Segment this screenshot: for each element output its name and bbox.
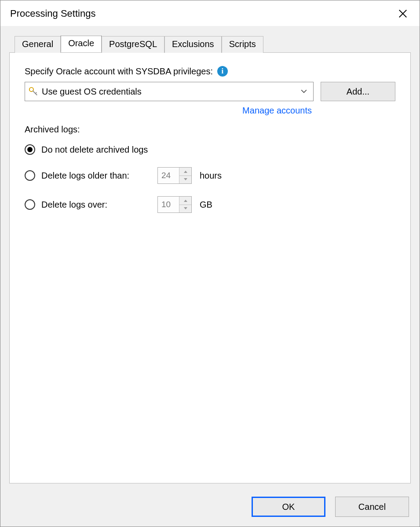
tab-strip: General Oracle PostgreSQL Exclusions Scr… xyxy=(15,36,411,52)
older-than-spin-buttons xyxy=(179,168,191,183)
archived-logs-label: Archived logs: xyxy=(25,124,395,135)
older-than-up[interactable] xyxy=(179,168,191,176)
cancel-button[interactable]: Cancel xyxy=(335,497,409,517)
credentials-dropdown[interactable]: Use guest OS credentials xyxy=(25,82,314,101)
info-icon[interactable]: i xyxy=(217,66,228,77)
radio-no-delete[interactable] xyxy=(25,144,35,155)
older-than-unit: hours xyxy=(200,171,222,181)
window-title: Processing Settings xyxy=(10,8,95,19)
ok-button[interactable]: OK xyxy=(252,497,325,517)
radio-row-no-delete: Do not delete archived logs xyxy=(25,144,395,155)
radio-row-older-than: Delete logs older than: hours xyxy=(25,167,395,184)
titlebar: Processing Settings xyxy=(0,0,420,26)
radio-no-delete-label: Do not delete archived logs xyxy=(41,145,151,155)
over-size-unit: GB xyxy=(200,200,212,210)
older-than-spinner[interactable] xyxy=(157,167,192,184)
close-icon xyxy=(398,9,408,18)
tab-scripts[interactable]: Scripts xyxy=(222,36,263,53)
manage-accounts-link[interactable]: Manage accounts xyxy=(25,106,312,116)
tab-oracle[interactable]: Oracle xyxy=(61,36,102,52)
radio-row-over-size: Delete logs over: GB xyxy=(25,196,395,213)
credentials-selected-text: Use guest OS credentials xyxy=(42,87,298,97)
dialog-body: General Oracle PostgreSQL Exclusions Scr… xyxy=(0,26,420,527)
over-size-input[interactable] xyxy=(158,197,179,212)
radio-older-than[interactable] xyxy=(25,170,35,181)
tab-postgresql[interactable]: PostgreSQL xyxy=(102,36,164,53)
older-than-down[interactable] xyxy=(179,176,191,184)
key-icon xyxy=(29,87,38,96)
over-size-spin-buttons xyxy=(179,197,191,212)
over-size-down[interactable] xyxy=(179,205,191,213)
chevron-down-icon xyxy=(298,84,310,99)
tab-panel-oracle: Specify Oracle account with SYSDBA privi… xyxy=(9,52,411,483)
tab-exclusions[interactable]: Exclusions xyxy=(164,36,222,53)
dialog-footer: OK Cancel xyxy=(252,497,409,517)
radio-older-than-label: Delete logs older than: xyxy=(41,171,151,181)
tab-general[interactable]: General xyxy=(15,36,61,53)
add-credentials-button[interactable]: Add... xyxy=(321,82,395,101)
over-size-spinner[interactable] xyxy=(157,196,192,213)
radio-over-size-label: Delete logs over: xyxy=(41,200,151,210)
account-label-text: Specify Oracle account with SYSDBA privi… xyxy=(25,66,213,77)
credentials-row: Use guest OS credentials Add... xyxy=(25,82,395,101)
account-section-label: Specify Oracle account with SYSDBA privi… xyxy=(25,66,228,77)
over-size-up[interactable] xyxy=(179,197,191,205)
archived-logs-radio-group: Do not delete archived logs Delete logs … xyxy=(25,144,395,213)
close-button[interactable] xyxy=(394,5,412,22)
older-than-input[interactable] xyxy=(158,168,179,183)
radio-over-size[interactable] xyxy=(25,199,35,210)
